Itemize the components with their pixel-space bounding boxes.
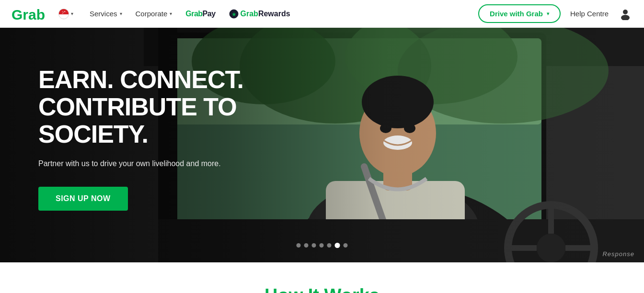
help-centre-link[interactable]: Help Centre	[570, 10, 609, 18]
star-icon: ★	[229, 9, 239, 19]
services-label: Services	[90, 10, 117, 18]
carousel-dots	[297, 243, 348, 248]
services-chevron-icon: ▾	[120, 11, 122, 16]
drive-button-label: Drive with Grab	[490, 10, 543, 18]
hero-section: EARN. CONNECT. CONTRIBUTE TO SOCIETY. Pa…	[0, 28, 644, 262]
response-watermark: Response	[602, 250, 634, 258]
carousel-dot-5[interactable]	[327, 243, 332, 248]
hero-headline-line2: CONTRIBUTE TO	[38, 93, 237, 121]
corporate-label: Corporate	[136, 10, 168, 18]
how-it-works-section: How It Works	[0, 262, 644, 293]
sign-up-now-button[interactable]: SIGN UP NOW	[38, 187, 128, 211]
svg-point-8	[621, 15, 630, 20]
svg-point-7	[623, 10, 628, 14]
corporate-chevron-icon: ▾	[170, 11, 172, 16]
grabrewards-nav-item[interactable]: ★ GrabRewards	[222, 9, 297, 19]
region-selector[interactable]: ☽ ✦ ▾	[58, 9, 73, 19]
user-account-icon[interactable]	[618, 7, 632, 21]
svg-text:Grab: Grab	[12, 7, 45, 23]
carousel-dot-1[interactable]	[297, 243, 301, 248]
hero-subtitle: Partner with us to drive your own liveli…	[38, 158, 230, 169]
svg-rect-2	[59, 14, 69, 19]
carousel-dot-2[interactable]	[304, 243, 309, 248]
svg-text:☽: ☽	[60, 11, 64, 15]
carousel-dot-4[interactable]	[320, 243, 324, 248]
carousel-dot-6[interactable]	[335, 243, 340, 248]
grabpay-nav-item[interactable]: GrabPay	[179, 10, 222, 18]
flag-icon: ☽ ✦	[58, 9, 69, 19]
region-chevron-icon: ▾	[71, 11, 73, 16]
grabpay-label: GrabPay	[185, 10, 215, 18]
hero-headline-line3: SOCIETY.	[38, 120, 148, 148]
svg-text:✦: ✦	[64, 10, 66, 13]
svg-text:★: ★	[231, 11, 237, 18]
carousel-dot-7[interactable]	[344, 243, 348, 248]
hero-content: EARN. CONNECT. CONTRIBUTE TO SOCIETY. Pa…	[38, 66, 243, 211]
services-nav-item[interactable]: Services ▾	[83, 0, 129, 28]
drive-chevron-icon: ▾	[547, 11, 549, 16]
grabrewards-label: GrabRewards	[241, 10, 290, 18]
carousel-dot-3[interactable]	[312, 243, 316, 248]
drive-with-grab-button[interactable]: Drive with Grab ▾	[478, 4, 561, 23]
corporate-nav-item[interactable]: Corporate ▾	[129, 0, 179, 28]
how-it-works-title: How It Works	[0, 285, 644, 293]
navbar: Grab ☽ ✦ ▾ Services ▾ Corporate ▾ GrabPa…	[0, 0, 644, 28]
grab-logo[interactable]: Grab	[12, 5, 50, 23]
hero-headline-line1: EARN. CONNECT.	[38, 66, 243, 93]
hero-headline: EARN. CONNECT. CONTRIBUTE TO SOCIETY.	[38, 66, 243, 148]
